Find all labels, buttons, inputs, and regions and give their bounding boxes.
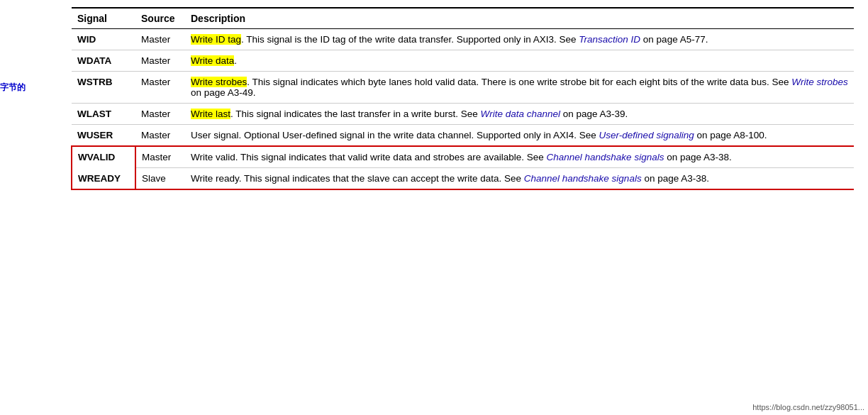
side-annotation: 写频闪信号，就是用来选通字节的	[0, 82, 26, 94]
highlighted-term: Write data	[191, 55, 234, 66]
description-link[interactable]: Transaction ID	[579, 34, 640, 45]
desc-cell-wdata: Write data.	[185, 50, 854, 72]
table-row-wvalid: WVALIDMasterWrite valid. This signal ind…	[72, 146, 854, 168]
signals-table: Signal Source Description WIDMasterWrite…	[71, 7, 854, 190]
header-signal: Signal	[72, 8, 135, 29]
signal-cell-wid: WID	[72, 29, 135, 50]
desc-cell-wstrb: Write strobes. This signal indicates whi…	[185, 72, 854, 104]
source-cell-wlast: Master	[135, 104, 185, 125]
description-link[interactable]: Write data channel	[480, 109, 560, 119]
description-link[interactable]: Channel handshake signals	[524, 173, 642, 184]
description-text: .	[234, 55, 237, 66]
source-cell-wid: Master	[135, 29, 185, 50]
desc-cell-wuser: User signal. Optional User-defined signa…	[185, 125, 854, 147]
signal-cell-wlast: WLAST	[72, 104, 135, 125]
source-cell-wvalid: Master	[135, 146, 185, 168]
description-link[interactable]: Write strobes	[791, 77, 848, 87]
desc-cell-wlast: Write last. This signal indicates the la…	[185, 104, 854, 125]
description-text: Write valid. This signal indicates that …	[191, 152, 547, 162]
description-text: . This signal indicates which byte lanes…	[247, 77, 791, 87]
highlighted-term: Write last	[191, 109, 230, 119]
description-link[interactable]: Channel handshake signals	[547, 152, 664, 162]
source-cell-wready: Slave	[135, 168, 185, 190]
table-row-wuser: WUSERMasterUser signal. Optional User-de…	[72, 125, 854, 147]
description-text: on page A8-100.	[694, 130, 767, 140]
signal-cell-wstrb: WSTRB写频闪信号，就是用来选通字节的	[72, 72, 135, 104]
desc-cell-wready: Write ready. This signal indicates that …	[185, 168, 854, 190]
table-row-wdata: WDATAMasterWrite data.	[72, 50, 854, 72]
description-text: on page A3-49.	[191, 87, 256, 98]
description-text: . This signal indicates the last transfe…	[230, 109, 480, 119]
source-cell-wdata: Master	[135, 50, 185, 72]
header-source: Source	[135, 8, 185, 29]
source-cell-wstrb: Master	[135, 72, 185, 104]
table-row-wid: WIDMasterWrite ID tag. This signal is th…	[72, 29, 854, 50]
header-description: Description	[185, 8, 854, 29]
main-container: Signal Source Description WIDMasterWrite…	[71, 7, 854, 190]
source-cell-wuser: Master	[135, 125, 185, 147]
table-row-wready: WREADYSlaveWrite ready. This signal indi…	[72, 168, 854, 190]
description-text: on page A3-38.	[642, 173, 709, 184]
signal-cell-wuser: WUSER	[72, 125, 135, 147]
description-text: on page A3-38.	[664, 152, 731, 162]
description-link[interactable]: User-defined signaling	[599, 130, 694, 140]
desc-cell-wid: Write ID tag. This signal is the ID tag …	[185, 29, 854, 50]
description-text: on page A3-39.	[560, 109, 628, 119]
signal-cell-wdata: WDATA	[72, 50, 135, 72]
table-row-wlast: WLASTMasterWrite last. This signal indic…	[72, 104, 854, 125]
desc-cell-wvalid: Write valid. This signal indicates that …	[185, 146, 854, 168]
description-text: . This signal is the ID tag of the write…	[241, 34, 579, 45]
signal-cell-wready: WREADY	[72, 168, 135, 190]
highlighted-term: Write strobes	[191, 77, 247, 87]
table-header-row: Signal Source Description	[72, 8, 854, 29]
signal-cell-wvalid: WVALID	[72, 146, 135, 168]
table-row-wstrb: WSTRB写频闪信号，就是用来选通字节的MasterWrite strobes.…	[72, 72, 854, 104]
description-text: User signal. Optional User-defined signa…	[191, 130, 599, 140]
description-text: Write ready. This signal indicates that …	[191, 173, 524, 184]
highlighted-term: Write ID tag	[191, 34, 241, 45]
description-text: on page A5-77.	[640, 34, 708, 45]
